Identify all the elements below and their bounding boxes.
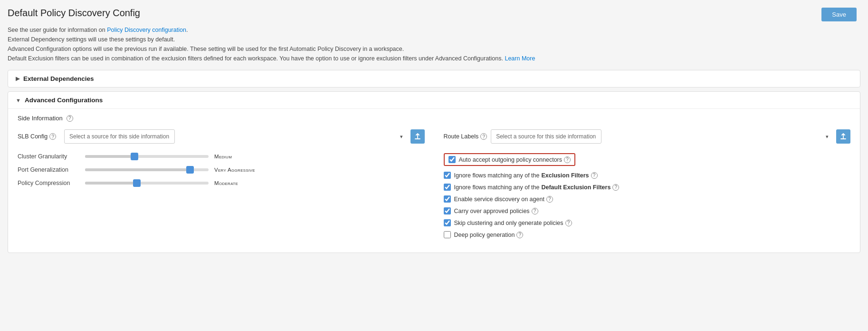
cluster-granularity-thumb[interactable] bbox=[131, 153, 138, 160]
carry-over-checkbox[interactable] bbox=[444, 207, 451, 214]
cluster-granularity-row: Cluster Granularity Medium bbox=[18, 153, 425, 160]
enable-service-discovery-checkbox[interactable] bbox=[444, 195, 451, 203]
ignore-default-exclusion-checkbox[interactable] bbox=[444, 184, 451, 191]
policy-compression-fill bbox=[85, 182, 137, 185]
slb-config-label: SLB Config ? bbox=[18, 133, 60, 140]
port-generalization-label: Port Generalization bbox=[18, 166, 79, 173]
ignore-exclusion-checkbox[interactable] bbox=[444, 172, 451, 179]
chevron-right-icon: ▶ bbox=[16, 76, 19, 82]
policy-compression-thumb[interactable] bbox=[133, 179, 141, 187]
slb-config-upload-button[interactable] bbox=[410, 129, 425, 144]
policy-compression-value: Moderate bbox=[214, 180, 257, 186]
port-generalization-value: Very Aggressive bbox=[214, 167, 257, 173]
main-content-grid: Cluster Granularity Medium Port Generali… bbox=[18, 153, 850, 243]
ignore-exclusion-help-icon[interactable]: ? bbox=[591, 172, 598, 179]
deep-policy-row: Deep policy generation ? bbox=[444, 231, 851, 238]
port-generalization-row: Port Generalization Very Aggressive bbox=[18, 166, 425, 173]
checkboxes-col: Auto accept outgoing policy connectors ?… bbox=[444, 153, 851, 243]
advanced-configurations-body: Side Information ? SLB Config ? Select a… bbox=[8, 108, 860, 253]
auto-accept-checkbox[interactable] bbox=[448, 156, 456, 163]
advanced-configurations-section: ▼ Advanced Configurations Side Informati… bbox=[8, 91, 860, 253]
skip-clustering-help-icon[interactable]: ? bbox=[565, 220, 572, 226]
slb-config-col: SLB Config ? Select a source for this si… bbox=[18, 129, 425, 144]
policy-compression-label: Policy Compression bbox=[18, 180, 79, 186]
route-labels-upload-button[interactable] bbox=[836, 129, 850, 144]
description-block: See the user guide for information on Po… bbox=[8, 25, 860, 63]
page-title: Default Policy Discovery Config bbox=[8, 8, 860, 19]
advanced-configurations-header[interactable]: ▼ Advanced Configurations bbox=[8, 92, 860, 108]
deep-policy-help-icon[interactable]: ? bbox=[516, 232, 523, 238]
ignore-default-exclusion-label: Ignore flows matching any of the Default… bbox=[454, 184, 620, 191]
upload-icon-2 bbox=[840, 133, 847, 140]
external-dependencies-label: External Dependencies bbox=[23, 75, 94, 82]
ignore-default-exclusion-help-icon[interactable]: ? bbox=[612, 184, 619, 191]
deep-policy-checkbox[interactable] bbox=[444, 231, 451, 238]
route-labels-dropdown[interactable]: Select a source for this side informatio… bbox=[491, 129, 601, 144]
slb-config-help-icon[interactable]: ? bbox=[49, 133, 56, 140]
deep-policy-label: Deep policy generation ? bbox=[454, 232, 524, 238]
advanced-configurations-label: Advanced Configurations bbox=[25, 97, 103, 104]
cluster-granularity-fill bbox=[85, 155, 134, 158]
enable-service-discovery-label: Enable service discovery on agent ? bbox=[454, 196, 553, 203]
port-generalization-fill bbox=[85, 168, 190, 171]
auto-accept-label: Auto accept outgoing policy connectors ? bbox=[459, 156, 571, 163]
policy-compression-track bbox=[85, 182, 209, 185]
save-button[interactable]: Save bbox=[821, 8, 857, 21]
side-info-columns: SLB Config ? Select a source for this si… bbox=[18, 129, 850, 144]
route-labels-dropdown-wrapper: Select a source for this side informatio… bbox=[491, 129, 832, 144]
enable-service-discovery-row: Enable service discovery on agent ? bbox=[444, 195, 851, 203]
side-information-label: Side Information bbox=[18, 115, 63, 122]
route-labels-col: Route Labels ? Select a source for this … bbox=[444, 129, 851, 144]
auto-accept-row: Auto accept outgoing policy connectors ? bbox=[444, 153, 576, 166]
skip-clustering-checkbox[interactable] bbox=[444, 219, 451, 226]
side-information-row: Side Information ? bbox=[18, 115, 850, 122]
cluster-granularity-label: Cluster Granularity bbox=[18, 153, 79, 160]
carry-over-row: Carry over approved policies ? bbox=[444, 207, 851, 214]
skip-clustering-label: Skip clustering and only generate polici… bbox=[454, 220, 572, 226]
ignore-exclusion-row: Ignore flows matching any of the Exclusi… bbox=[444, 172, 851, 179]
cluster-granularity-value: Medium bbox=[214, 154, 257, 159]
upload-icon bbox=[414, 133, 421, 140]
auto-accept-help-icon[interactable]: ? bbox=[564, 156, 571, 163]
enable-service-discovery-help-icon[interactable]: ? bbox=[546, 196, 553, 203]
ignore-default-exclusion-row: Ignore flows matching any of the Default… bbox=[444, 184, 851, 191]
slb-config-dropdown[interactable]: Select a source for this side informatio… bbox=[64, 129, 175, 144]
carry-over-label: Carry over approved policies ? bbox=[454, 208, 538, 214]
slb-config-dropdown-wrapper: Select a source for this side informatio… bbox=[64, 129, 407, 144]
port-generalization-track bbox=[85, 168, 209, 171]
port-generalization-thumb[interactable] bbox=[186, 166, 194, 174]
ignore-exclusion-label: Ignore flows matching any of the Exclusi… bbox=[454, 172, 598, 179]
carry-over-help-icon[interactable]: ? bbox=[532, 208, 538, 214]
policy-compression-row: Policy Compression Moderate bbox=[18, 180, 425, 186]
external-dependencies-header[interactable]: ▶ External Dependencies bbox=[8, 70, 860, 87]
cluster-granularity-track bbox=[85, 155, 209, 158]
external-dependencies-section: ▶ External Dependencies bbox=[8, 70, 860, 88]
sliders-col: Cluster Granularity Medium Port Generali… bbox=[18, 153, 425, 193]
route-labels-label: Route Labels ? bbox=[444, 133, 487, 140]
policy-discovery-link[interactable]: Policy Discovery configuration bbox=[107, 27, 186, 33]
chevron-down-icon: ▼ bbox=[16, 97, 21, 103]
side-information-help-icon[interactable]: ? bbox=[67, 115, 73, 122]
route-labels-help-icon[interactable]: ? bbox=[480, 133, 487, 140]
skip-clustering-row: Skip clustering and only generate polici… bbox=[444, 219, 851, 226]
learn-more-link[interactable]: Learn More bbox=[505, 55, 535, 62]
